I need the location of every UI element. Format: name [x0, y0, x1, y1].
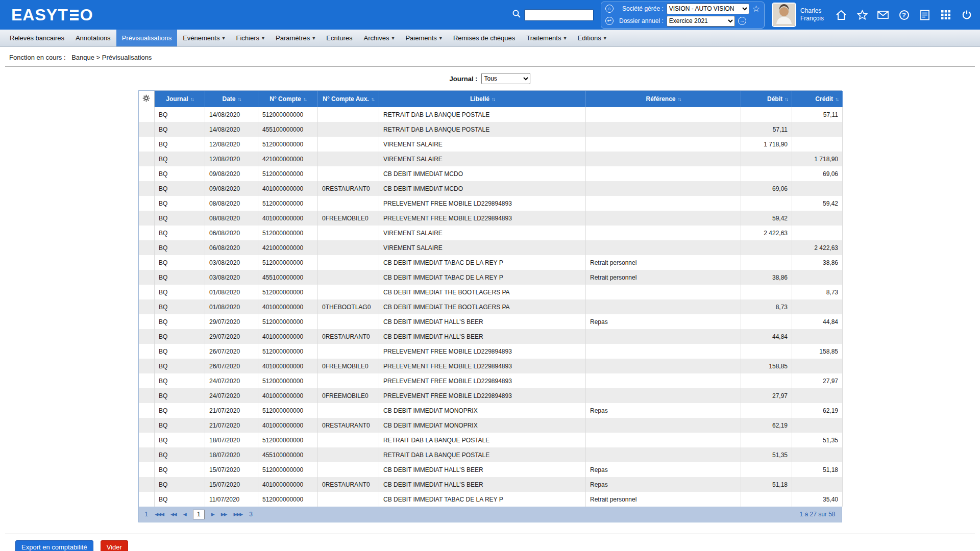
column-header-account-aux[interactable]: N° Compte Aux.↑↓ [318, 91, 379, 107]
sort-icon[interactable]: ↑↓ [492, 96, 495, 102]
table-row[interactable]: BQ11/07/2020512000000000CB DEBIT IMMEDIA… [139, 492, 843, 507]
pagination-last-page[interactable]: 3 [249, 511, 253, 518]
menu-item-ecritures[interactable]: Ecritures [321, 30, 358, 46]
column-header-label[interactable]: Libellé↑↓ [379, 91, 586, 107]
table-row[interactable]: BQ21/07/20204010000000000RESTAURANT0CB D… [139, 418, 843, 433]
menu-item-paiements[interactable]: Paiements▾ [400, 30, 447, 46]
company-select[interactable]: VISION - AUTO VISION [667, 4, 749, 14]
table-row[interactable]: BQ12/08/2020512000000000VIREMENT SALAIRE… [139, 137, 843, 152]
pagination-summary: 1 à 27 sur 58 [799, 511, 835, 518]
sort-icon[interactable]: ↑↓ [835, 96, 838, 102]
table-row[interactable]: BQ03/08/2020455100000000CB DEBIT IMMEDIA… [139, 270, 843, 285]
user-profile[interactable]: Charles François [772, 3, 824, 27]
cell-account-aux: 0FREEMOBILE0 [318, 359, 379, 373]
menu-item-pr-visualisations[interactable]: Prévisualisations [116, 30, 178, 46]
cell-credit [792, 122, 843, 137]
favorite-star-icon[interactable]: ☆ [752, 4, 760, 14]
export-button[interactable]: Export en comptabilité [15, 540, 93, 551]
prev-page-icon[interactable]: ◀ [183, 512, 186, 517]
cell-reference [586, 299, 741, 314]
logo-text-prefix: EASYT [11, 6, 68, 24]
pagination-first-page[interactable]: 1 [145, 511, 149, 518]
cell-reference: Retrait personnel [586, 255, 741, 270]
column-header-reference[interactable]: Référence↑↓ [586, 91, 741, 107]
menu-item-remises-de-ch-ques[interactable]: Remises de chèques [448, 30, 521, 46]
table-row[interactable]: BQ12/08/2020421000000000VIREMENT SALAIRE… [139, 152, 843, 166]
sort-icon[interactable]: ↑↓ [678, 96, 681, 102]
column-header-journal[interactable]: Journal↑↓ [155, 91, 205, 107]
favorites-icon[interactable] [856, 9, 868, 21]
cell-credit [792, 359, 843, 373]
table-row[interactable]: BQ01/08/20204010000000000THEBOOTLAG0CB D… [139, 299, 843, 314]
menu-item-param-tres[interactable]: Paramètres▾ [270, 30, 321, 46]
table-row[interactable]: BQ26/07/2020512000000000PRELEVEMENT FREE… [139, 344, 843, 359]
table-row[interactable]: BQ26/07/20204010000000000FREEMOBILE0PREL… [139, 359, 843, 373]
mail-icon[interactable] [877, 9, 889, 21]
table-row[interactable]: BQ03/08/2020512000000000CB DEBIT IMMEDIA… [139, 255, 843, 270]
next-page-icon[interactable]: ▶ [211, 512, 214, 517]
sort-icon[interactable]: ↑↓ [238, 96, 241, 102]
report-icon[interactable] [919, 9, 931, 21]
menu-item-traitements[interactable]: Traitements▾ [521, 30, 572, 46]
table-row[interactable]: BQ14/08/2020512000000000RETRAIT DAB LA B… [139, 107, 843, 122]
column-header-account[interactable]: N° Compte↑↓ [258, 91, 318, 107]
table-row[interactable]: BQ18/07/2020455100000000RETRAIT DAB LA B… [139, 447, 843, 462]
cell-account-aux: 0RESTAURANT0 [318, 418, 379, 433]
table-row[interactable]: BQ15/07/2020512000000000CB DEBIT IMMEDIA… [139, 462, 843, 477]
cell-credit [792, 226, 843, 240]
table-row[interactable]: BQ29/07/20204010000000000RESTAURANT0CB D… [139, 329, 843, 344]
table-row[interactable]: BQ24/07/2020512000000000PRELEVEMENT FREE… [139, 373, 843, 388]
cell-debit [741, 462, 792, 477]
cell-journal: BQ [155, 152, 205, 166]
cell-journal: BQ [155, 344, 205, 359]
journal-select[interactable]: Tous [481, 73, 530, 84]
current-page-input[interactable]: 1 [193, 510, 205, 519]
table-row[interactable]: BQ24/07/20204010000000000FREEMOBILE0PREL… [139, 388, 843, 403]
menu-item-ev-nements[interactable]: Evénements▾ [177, 30, 230, 46]
help-icon[interactable]: ? [898, 9, 910, 21]
column-settings-icon[interactable] [139, 91, 155, 107]
column-header-credit[interactable]: Crédit↑↓ [792, 91, 843, 107]
menu-item-fichiers[interactable]: Fichiers▾ [230, 30, 270, 46]
clear-button[interactable]: Vider [101, 540, 128, 551]
app-logo[interactable]: EASYT O [11, 6, 93, 24]
fast-next-icon[interactable]: ▶▶ [221, 512, 227, 517]
column-header-date[interactable]: Date↑↓ [205, 91, 258, 107]
cell-label: PRELEVEMENT FREE MOBILE LD229894893 [379, 196, 586, 211]
fast-prev-icon[interactable]: ◀◀ [170, 512, 177, 517]
power-icon[interactable] [961, 9, 973, 21]
menu-item-editions[interactable]: Editions▾ [572, 30, 611, 46]
home-icon[interactable] [835, 9, 847, 21]
first-page-icon[interactable]: ◀◀◀ [155, 512, 164, 517]
sort-icon[interactable]: ↑↓ [190, 96, 193, 102]
table-row[interactable]: BQ14/08/2020455100000000RETRAIT DAB LA B… [139, 122, 843, 137]
cell-label: CB DEBIT IMMEDIAT TABAC DE LA REY P [379, 270, 586, 285]
menu-item-archives[interactable]: Archives▾ [358, 30, 400, 46]
sort-icon[interactable]: ↑↓ [785, 96, 788, 102]
cell-label: CB DEBIT IMMEDIAT TABAC DE LA REY P [379, 255, 586, 270]
table-row[interactable]: BQ18/07/2020512000000000RETRAIT DAB LA B… [139, 433, 843, 447]
apps-grid-icon[interactable] [940, 9, 952, 21]
sort-icon[interactable]: ↑↓ [371, 96, 374, 102]
table-row[interactable]: BQ09/08/2020512000000000CB DEBIT IMMEDIA… [139, 166, 843, 181]
table-row[interactable]: BQ08/08/2020512000000000PRELEVEMENT FREE… [139, 196, 843, 211]
menu-item-relev-s-bancaires[interactable]: Relevés bancaires [4, 30, 70, 46]
menu-item-annotations[interactable]: Annotations [70, 30, 116, 46]
column-header-debit[interactable]: Débit↑↓ [741, 91, 792, 107]
table-row[interactable]: BQ06/08/2020421000000000VIREMENT SALAIRE… [139, 240, 843, 255]
table-row[interactable]: BQ09/08/20204010000000000RESTAURANT0CB D… [139, 181, 843, 196]
folder-select[interactable]: Exercice 2021 [667, 16, 735, 27]
search-input[interactable] [524, 9, 594, 21]
table-row[interactable]: BQ21/07/2020512000000000CB DEBIT IMMEDIA… [139, 403, 843, 418]
table-row[interactable]: BQ01/08/2020512000000000CB DEBIT IMMEDIA… [139, 285, 843, 299]
table-row[interactable]: BQ06/08/2020512000000000VIREMENT SALAIRE… [139, 226, 843, 240]
folder-go-icon[interactable]: → [738, 17, 746, 25]
table-row[interactable]: BQ08/08/20204010000000000FREEMOBILE0PREL… [139, 211, 843, 226]
cell-account: 401000000000 [258, 299, 318, 314]
sort-icon[interactable]: ↑↓ [303, 96, 306, 102]
table-row[interactable]: BQ15/07/20204010000000000RESTAURANT0CB D… [139, 477, 843, 492]
cell-date: 24/07/2020 [205, 388, 258, 403]
table-row[interactable]: BQ29/07/2020512000000000CB DEBIT IMMEDIA… [139, 314, 843, 329]
cell-account-aux [318, 462, 379, 477]
last-page-icon[interactable]: ▶▶▶ [233, 512, 242, 517]
